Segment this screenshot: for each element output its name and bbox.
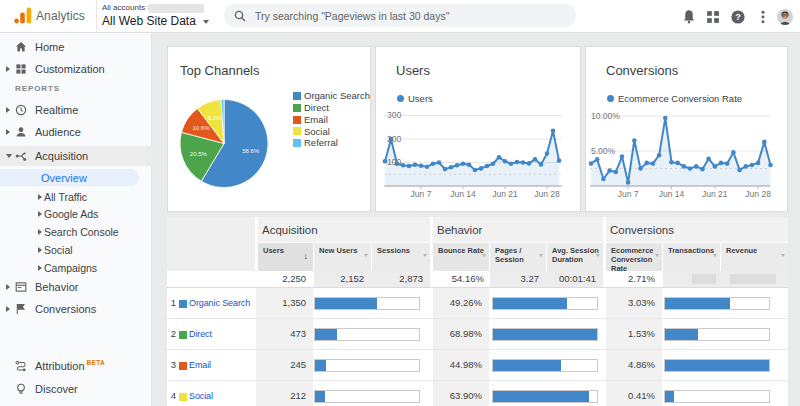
sidebar-item-overview[interactable]: Overview bbox=[0, 169, 139, 186]
sort-icon[interactable] bbox=[655, 254, 659, 257]
col-header-bounce-rate[interactable]: Bounce Rate bbox=[433, 243, 489, 271]
sidebar-item-all-traffic[interactable]: All Traffic bbox=[0, 188, 152, 206]
sidebar-item-social[interactable]: Social bbox=[0, 241, 152, 259]
col-header-ecommerce-conversion-rate[interactable]: Ecommerce Conversion Rate bbox=[606, 243, 662, 271]
data-point[interactable] bbox=[601, 177, 606, 182]
data-point[interactable] bbox=[533, 157, 538, 162]
sidebar-item-behavior[interactable]: Behavior bbox=[0, 276, 152, 297]
data-point[interactable] bbox=[762, 140, 767, 145]
sort-icon[interactable] bbox=[713, 254, 717, 257]
data-point[interactable] bbox=[407, 164, 412, 169]
data-point[interactable] bbox=[509, 161, 514, 166]
data-point[interactable] bbox=[750, 163, 755, 168]
channel-link[interactable]: Direct bbox=[189, 319, 212, 349]
data-point[interactable] bbox=[725, 161, 730, 166]
data-point[interactable] bbox=[675, 161, 680, 166]
data-point[interactable] bbox=[638, 166, 643, 171]
data-point[interactable] bbox=[473, 168, 478, 173]
data-point[interactable] bbox=[557, 158, 562, 163]
help-icon[interactable]: ? bbox=[730, 9, 746, 25]
data-point[interactable] bbox=[688, 166, 693, 171]
col-header-revenue[interactable]: Revenue bbox=[721, 243, 788, 271]
data-point[interactable] bbox=[521, 160, 526, 165]
data-point[interactable] bbox=[545, 151, 550, 156]
channel-link[interactable]: Email bbox=[189, 350, 211, 380]
data-point[interactable] bbox=[443, 167, 448, 172]
sidebar-item-attribution[interactable]: AttributionBETA bbox=[0, 355, 152, 376]
data-point[interactable] bbox=[455, 163, 460, 168]
data-point[interactable] bbox=[607, 168, 612, 173]
data-point[interactable] bbox=[737, 168, 742, 173]
avatar[interactable] bbox=[777, 9, 793, 25]
data-point[interactable] bbox=[731, 150, 736, 155]
channel-link[interactable]: Social bbox=[189, 381, 213, 406]
data-point[interactable] bbox=[497, 155, 502, 160]
data-point[interactable] bbox=[437, 160, 442, 165]
sort-icon[interactable] bbox=[423, 254, 427, 257]
data-point[interactable] bbox=[651, 161, 656, 166]
legend-item-referral[interactable]: Referral bbox=[293, 137, 338, 148]
sidebar-item-discover[interactable]: Discover bbox=[0, 378, 152, 399]
data-point[interactable] bbox=[485, 164, 490, 169]
data-point[interactable] bbox=[515, 160, 520, 165]
data-point[interactable] bbox=[620, 154, 625, 159]
col-header-pages-session[interactable]: Pages / Session bbox=[490, 243, 546, 271]
col-header-sessions[interactable]: Sessions bbox=[372, 243, 430, 271]
col-header-new-users[interactable]: New Users bbox=[314, 243, 371, 271]
data-point[interactable] bbox=[551, 129, 556, 134]
data-point[interactable] bbox=[589, 161, 594, 166]
sidebar-item-google-ads[interactable]: Google Ads bbox=[0, 205, 152, 223]
sidebar-item-audience[interactable]: Audience bbox=[0, 121, 152, 142]
data-point[interactable] bbox=[461, 161, 466, 166]
data-point[interactable] bbox=[694, 164, 699, 169]
sort-desc-icon[interactable]: ↓ bbox=[304, 251, 309, 262]
data-point[interactable] bbox=[713, 164, 718, 169]
col-header-transactions[interactable]: Transactions bbox=[663, 243, 720, 271]
apps-grid-icon[interactable] bbox=[705, 9, 721, 25]
sidebar-item-acquisition[interactable]: Acquisition bbox=[0, 146, 152, 166]
sort-icon[interactable] bbox=[781, 254, 785, 257]
data-point[interactable] bbox=[449, 165, 454, 170]
data-point[interactable] bbox=[756, 161, 761, 166]
data-point[interactable] bbox=[413, 163, 418, 168]
sort-icon[interactable] bbox=[539, 254, 543, 257]
sidebar-item-search-console[interactable]: Search Console bbox=[0, 223, 152, 240]
sort-icon[interactable] bbox=[482, 254, 486, 257]
data-point[interactable] bbox=[719, 161, 724, 166]
data-point[interactable] bbox=[503, 159, 508, 164]
data-point[interactable] bbox=[644, 161, 649, 166]
sidebar-item-home[interactable]: Home bbox=[0, 36, 152, 58]
data-point[interactable] bbox=[401, 163, 406, 168]
data-point[interactable] bbox=[700, 167, 705, 172]
data-point[interactable] bbox=[706, 156, 711, 161]
data-point[interactable] bbox=[669, 160, 674, 165]
notifications-bell-icon[interactable] bbox=[681, 9, 697, 25]
users-line-chart[interactable]: 100200300Jun 7Jun 14Jun 21Jun 28 bbox=[376, 47, 582, 211]
data-point[interactable] bbox=[768, 163, 773, 168]
sidebar-item-realtime[interactable]: Realtime bbox=[0, 99, 152, 120]
data-point[interactable] bbox=[425, 164, 430, 169]
data-point[interactable] bbox=[431, 161, 436, 166]
sidebar-item-customization[interactable]: Customization bbox=[0, 58, 152, 80]
data-point[interactable] bbox=[595, 157, 600, 162]
kebab-menu-icon[interactable] bbox=[755, 9, 771, 25]
legend-item-direct[interactable]: Direct bbox=[293, 102, 329, 113]
data-point[interactable] bbox=[744, 164, 749, 169]
data-point[interactable] bbox=[682, 164, 687, 169]
data-point[interactable] bbox=[632, 138, 637, 143]
channel-link[interactable]: Organic Search bbox=[189, 288, 250, 318]
data-point[interactable] bbox=[626, 180, 631, 185]
sidebar-item-conversions[interactable]: Conversions bbox=[0, 298, 152, 319]
data-point[interactable] bbox=[491, 161, 496, 166]
sort-icon[interactable] bbox=[364, 254, 368, 257]
data-point[interactable] bbox=[479, 166, 484, 171]
data-point[interactable] bbox=[467, 163, 472, 168]
top-channels-pie-chart[interactable]: 58.6%20.5%10.6%9.2% bbox=[168, 47, 372, 211]
data-point[interactable] bbox=[527, 161, 532, 166]
sidebar-item-campaigns[interactable]: Campaigns bbox=[0, 259, 152, 277]
legend-item-organic-search[interactable]: Organic Search bbox=[293, 90, 370, 101]
conversions-line-chart[interactable]: 5.00%10.00%Jun 7Jun 14Jun 21Jun 28 bbox=[586, 47, 789, 211]
data-point[interactable] bbox=[614, 170, 619, 175]
col-header-avg-session-duration[interactable]: Avg. Session Duration bbox=[547, 243, 603, 271]
data-point[interactable] bbox=[663, 116, 668, 121]
